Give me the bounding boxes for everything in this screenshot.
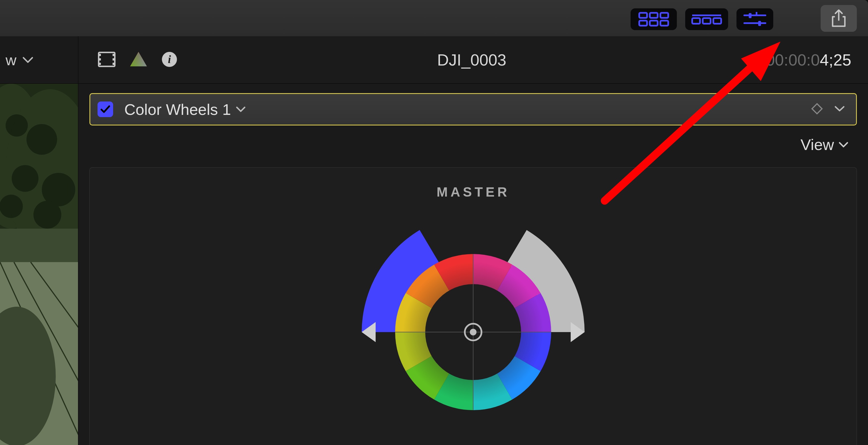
grid-icon — [639, 12, 669, 27]
view-menu-label: View — [801, 136, 834, 154]
timecode-bright: 4;25 — [820, 51, 851, 69]
svg-rect-36 — [113, 58, 115, 60]
svg-rect-32 — [99, 54, 101, 56]
hue-ring[interactable] — [395, 254, 551, 410]
wheel-view-menu[interactable]: View — [78, 125, 868, 160]
video-inspector-tab[interactable] — [98, 52, 116, 68]
svg-rect-34 — [99, 63, 101, 65]
effect-name-label: Color Wheels 1 — [124, 100, 231, 119]
svg-rect-7 — [692, 18, 700, 24]
timecode-dim: 00:00:0 — [766, 51, 820, 69]
filmstrip-icon — [691, 14, 722, 25]
svg-rect-33 — [99, 58, 101, 60]
svg-point-22 — [12, 165, 38, 192]
svg-point-21 — [27, 124, 57, 155]
svg-rect-5 — [660, 21, 668, 26]
svg-point-25 — [33, 201, 61, 229]
viewer-thumbnail — [0, 84, 78, 445]
wheel-label: MASTER — [90, 168, 857, 200]
svg-rect-13 — [758, 21, 761, 26]
check-icon — [100, 105, 110, 114]
keyframe-button[interactable] — [811, 102, 823, 116]
chevron-down-icon — [22, 56, 33, 64]
effect-enable-checkbox[interactable] — [97, 101, 113, 117]
view-grid-button[interactable] — [630, 8, 677, 30]
svg-rect-31 — [99, 52, 115, 66]
inspector-header: i DJI_0003 00:00:04;25 — [78, 36, 868, 84]
clip-timecode: 00:00:04;25 — [766, 51, 851, 69]
keyframe-diamond-icon — [811, 102, 823, 115]
view-sliders-button[interactable] — [737, 8, 773, 30]
share-icon — [831, 9, 846, 27]
svg-rect-0 — [639, 13, 647, 18]
svg-rect-35 — [113, 54, 115, 56]
svg-rect-12 — [749, 13, 751, 18]
share-button[interactable] — [820, 5, 857, 32]
svg-rect-2 — [660, 13, 668, 18]
top-toolbar — [0, 0, 868, 36]
color-triangle-icon — [130, 51, 147, 67]
svg-text:i: i — [168, 53, 171, 65]
inspector-panel: i DJI_0003 00:00:04;25 Color Wheels 1 — [78, 36, 868, 445]
svg-point-20 — [6, 114, 28, 137]
left-view-dropdown[interactable]: w — [0, 36, 78, 84]
clip-title: DJI_0003 — [178, 51, 766, 69]
info-icon: i — [161, 51, 178, 67]
color-inspector-tab[interactable] — [130, 51, 147, 68]
chevron-down-icon — [834, 106, 845, 112]
effect-name-dropdown[interactable]: Color Wheels 1 — [124, 100, 246, 119]
svg-rect-3 — [639, 21, 647, 26]
svg-rect-8 — [703, 18, 711, 24]
svg-point-24 — [0, 195, 23, 218]
svg-rect-37 — [113, 63, 115, 65]
left-view-label: w — [6, 51, 17, 68]
svg-rect-9 — [713, 18, 721, 24]
chevron-down-icon — [838, 141, 848, 148]
svg-rect-1 — [650, 13, 658, 18]
view-filmstrip-button[interactable] — [685, 8, 728, 30]
left-sidebar: w — [0, 36, 78, 445]
sliders-icon — [743, 12, 767, 27]
svg-rect-26 — [0, 229, 78, 262]
filmframe-icon — [98, 52, 116, 67]
chevron-down-icon — [236, 106, 246, 112]
effect-row[interactable]: Color Wheels 1 — [89, 93, 857, 125]
svg-point-45 — [470, 329, 476, 335]
color-wheel-panel: MASTER — [89, 167, 857, 445]
master-color-wheel[interactable] — [345, 215, 601, 445]
effect-options-button[interactable] — [834, 106, 845, 113]
svg-rect-4 — [650, 21, 658, 26]
info-inspector-tab[interactable]: i — [161, 51, 178, 68]
